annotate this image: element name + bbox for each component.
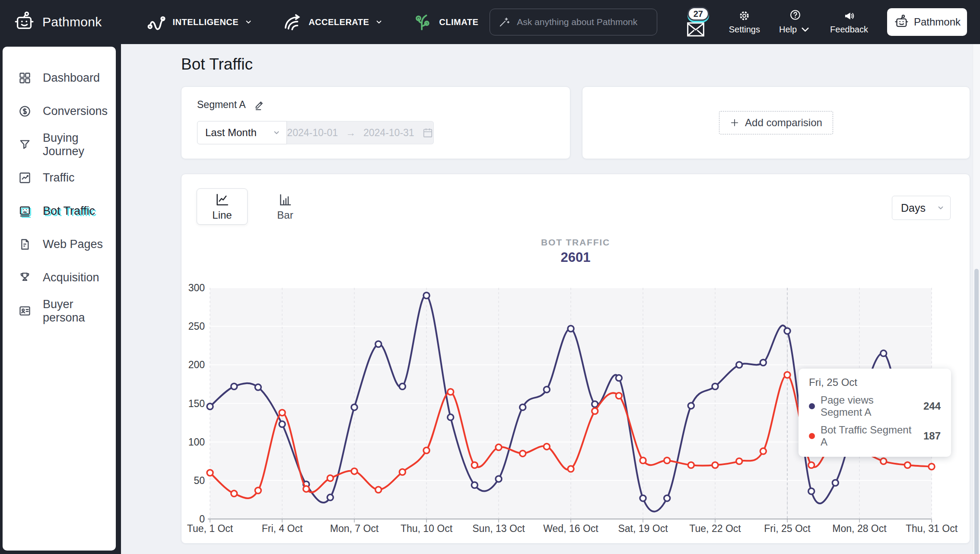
svg-text:Fri, 25 Oct: Fri, 25 Oct xyxy=(764,523,811,534)
nav-item-intelligence[interactable]: INTELLIGENCE xyxy=(146,12,252,32)
account-button[interactable]: Pathmonk xyxy=(887,8,967,36)
add-comparison-label: Add comparision xyxy=(745,117,822,129)
settings-label: Settings xyxy=(729,25,760,35)
magic-wand-icon xyxy=(499,16,510,28)
date-preset-select[interactable]: Last Month xyxy=(197,121,287,144)
svg-text:50: 50 xyxy=(194,475,205,486)
help-menu[interactable]: Help xyxy=(779,9,811,35)
add-comparison-button[interactable]: Add comparision xyxy=(719,111,833,134)
svg-text:200: 200 xyxy=(188,359,205,370)
main-content: Bot Traffic Segment A Last Month xyxy=(121,44,973,554)
inbox-button[interactable]: 27 xyxy=(686,7,710,37)
segment-card: Segment A Last Month 2024-10-01 → xyxy=(181,86,570,159)
sidebar-item-label: Acquisition xyxy=(43,271,99,284)
plus-icon xyxy=(730,118,739,127)
date-end: 2024-10-31 xyxy=(363,127,414,139)
sidebar-item-label: Buyer persona xyxy=(43,298,116,325)
sidebar-item-conversions[interactable]: Conversions xyxy=(3,95,116,128)
sidebar-item-label: Conversions xyxy=(43,105,108,118)
svg-text:Sat, 19 Oct: Sat, 19 Oct xyxy=(618,523,668,534)
account-button-label: Pathmonk xyxy=(914,16,961,28)
sidebar-navigation: DashboardConversionsBuying JourneyTraffi… xyxy=(3,47,116,551)
pathmonk-robot-logo-icon xyxy=(13,10,36,34)
page-views-dot-icon xyxy=(809,403,815,409)
sidebar-item-dashboard[interactable]: Dashboard xyxy=(3,61,116,95)
svg-text:Tue, 1 Oct: Tue, 1 Oct xyxy=(187,523,233,534)
unread-count-badge: 27 xyxy=(687,7,709,21)
bot-traffic-chart-card: Line Bar Days BOT TRAFFIC 2601 050100150… xyxy=(181,174,970,544)
nav-item-label: ACCELERATE xyxy=(309,17,369,27)
chevron-down-icon xyxy=(937,204,945,212)
sidebar-item-buying-journey[interactable]: Buying Journey xyxy=(3,128,116,161)
sidebar-item-buyer-persona[interactable]: Buyer persona xyxy=(3,294,116,328)
chart-metric-label: BOT TRAFFIC xyxy=(181,237,970,248)
chart-metric-total: 2601 xyxy=(181,250,970,265)
arrow-right-icon: → xyxy=(346,127,356,139)
traffic-chart-icon xyxy=(18,171,32,185)
sidebar-item-label: Web Pages xyxy=(43,238,103,251)
tooltip-date: Fri, 25 Oct xyxy=(809,376,941,388)
nav-item-label: INTELLIGENCE xyxy=(172,17,239,27)
pathmonk-app: Pathmonk INTELLIGENCE xyxy=(0,0,980,554)
edit-pencil-icon[interactable] xyxy=(254,99,265,111)
nav-utilities: 27 Settings Help xyxy=(686,7,967,37)
app-logo-text: Pathmonk xyxy=(42,15,102,29)
interval-value: Days xyxy=(901,202,926,214)
megaphone-icon xyxy=(843,10,855,22)
pathmonk-robot-icon xyxy=(894,14,910,30)
calendar-icon xyxy=(422,127,433,138)
accelerate-icon xyxy=(283,12,302,32)
sidebar-item-web-pages[interactable]: Web Pages xyxy=(3,228,116,261)
sidebar-item-acquisition[interactable]: Acquisition xyxy=(3,261,116,294)
nav-item-climate[interactable]: CLIMATE xyxy=(413,12,478,32)
sidebar-item-bot-traffic[interactable]: Bot Traffic xyxy=(3,194,116,228)
svg-text:Sun, 13 Oct: Sun, 13 Oct xyxy=(472,523,525,534)
svg-text:Mon, 7 Oct: Mon, 7 Oct xyxy=(330,523,379,534)
svg-text:Tue, 22 Oct: Tue, 22 Oct xyxy=(689,523,741,534)
interval-select[interactable]: Days xyxy=(892,196,951,220)
nav-item-accelerate[interactable]: ACCELERATE xyxy=(283,12,383,32)
help-icon xyxy=(789,9,801,21)
trophy-icon xyxy=(18,271,32,284)
tooltip-series-name: Page views Segment A xyxy=(821,394,918,418)
chart-type-line-button[interactable]: Line xyxy=(197,188,248,225)
chevron-down-icon xyxy=(273,129,280,137)
sidebar-item-traffic[interactable]: Traffic xyxy=(3,161,116,194)
help-label: Help xyxy=(779,25,797,35)
segment-name: Segment A xyxy=(197,99,246,111)
svg-text:Thu, 31 Oct: Thu, 31 Oct xyxy=(906,523,958,534)
tooltip-series-value: 244 xyxy=(923,400,941,412)
robot-face-icon xyxy=(18,204,32,218)
app-logo[interactable]: Pathmonk xyxy=(13,10,102,34)
gear-icon xyxy=(738,10,750,22)
svg-text:250: 250 xyxy=(188,321,205,332)
settings-button[interactable]: Settings xyxy=(729,10,760,35)
tooltip-series-name: Bot Traffic Segment A xyxy=(821,424,918,448)
line-chart-icon xyxy=(215,192,229,207)
search-input[interactable] xyxy=(516,16,648,28)
comparison-card: Add comparision xyxy=(582,86,970,159)
scrollbar-thumb[interactable] xyxy=(974,269,979,554)
nav-item-label: CLIMATE xyxy=(439,17,478,27)
svg-text:Thu, 10 Oct: Thu, 10 Oct xyxy=(401,523,453,534)
vertical-scrollbar[interactable] xyxy=(973,44,980,554)
date-start: 2024-10-01 xyxy=(287,127,338,139)
svg-text:150: 150 xyxy=(188,398,205,409)
svg-text:Fri, 4 Oct: Fri, 4 Oct xyxy=(262,523,303,534)
chart-type-bar-label: Bar xyxy=(277,209,293,221)
dollar-circle-icon xyxy=(18,105,32,118)
feedback-button[interactable]: Feedback xyxy=(830,10,868,35)
climate-icon xyxy=(413,12,433,32)
chart-plot-area: 050100150200250300Tue, 1 OctFri, 4 OctMo… xyxy=(186,276,964,543)
chevron-down-icon xyxy=(245,18,252,26)
filters-row: Segment A Last Month 2024-10-01 → xyxy=(181,86,970,159)
svg-text:100: 100 xyxy=(188,436,205,448)
chart-type-bar-button[interactable]: Bar xyxy=(260,188,311,225)
sidebar-item-label: Buying Journey xyxy=(43,131,116,158)
svg-text:Mon, 28 Oct: Mon, 28 Oct xyxy=(832,523,887,534)
chevron-down-icon xyxy=(375,18,383,26)
date-range-input[interactable]: 2024-10-01 → 2024-10-31 xyxy=(287,121,434,144)
page-title: Bot Traffic xyxy=(181,55,973,73)
ask-anything-search[interactable] xyxy=(490,9,657,35)
mail-icon xyxy=(687,22,705,37)
